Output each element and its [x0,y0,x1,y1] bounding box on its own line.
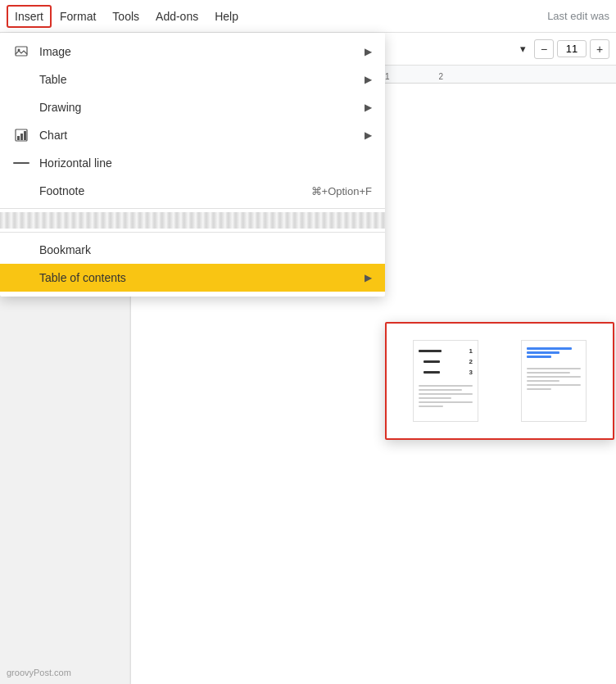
menu-item-addons[interactable]: Add-ons [147,5,206,28]
drawing-arrow-icon: ▶ [365,102,372,113]
body-line-1 [419,385,473,387]
menu-item-format[interactable]: Format [52,5,104,28]
toc-label: Table of contents [39,271,355,284]
decrease-font-button[interactable]: − [534,39,554,59]
bookmark-icon [13,242,29,258]
toc2-body-1 [527,368,581,369]
footnote-label: Footnote [39,184,301,197]
toc1-dash3 [424,371,440,374]
font-size-control: − 11 + [534,39,609,59]
font-dropdown[interactable]: ▾ [515,39,531,58]
menu-item-help[interactable]: Help [206,5,247,28]
menu-item-insert[interactable]: Insert [7,5,52,28]
menu-row-image[interactable]: Image ▶ [0,38,385,66]
ruler-mark-1: 1 [385,72,390,81]
menu-row-bookmark[interactable]: Bookmark [0,236,385,264]
image-label: Image [39,45,355,58]
toolbar-right: ▾ − 11 + [515,39,609,59]
watermark: groovyPost.com [7,668,71,677]
toc2-heading [527,347,581,358]
menu-row-table[interactable]: Table ▶ [0,66,385,93]
toc2-line-1 [527,347,572,350]
horizontal-line-label: Horizontal line [39,156,372,170]
body-line-4 [419,397,451,399]
toc2-body-3 [527,376,581,378]
svg-rect-5 [24,131,26,140]
image-arrow-icon: ▶ [365,46,372,57]
svg-rect-3 [17,136,20,140]
toc2-line-2 [527,351,559,354]
toc1-dash2 [424,360,440,363]
svg-rect-0 [16,47,27,56]
menu-row-footnote[interactable]: Footnote ⌘+Option+F [0,177,385,205]
table-label: Table [39,73,355,86]
toc2-body-2 [527,372,570,374]
toc1-dash-long [419,350,442,352]
toc2-body-5 [527,384,581,386]
body-line-3 [419,393,473,395]
ruler-mark-2: 2 [439,72,444,81]
bookmark-label: Bookmark [39,243,372,256]
drawing-icon [13,99,29,116]
toc1-row2: 2 [419,358,473,365]
menu-divider-1 [0,208,385,209]
increase-font-button[interactable]: + [590,39,609,59]
insert-dropdown-menu: Image ▶ Table ▶ Drawing ▶ Chart ▶ Horizo… [0,33,385,297]
image-icon [13,43,29,60]
dropdown-arrow-icon: ▾ [520,43,526,55]
table-icon [13,71,29,88]
table-arrow-icon: ▶ [365,74,372,85]
font-size-value[interactable]: 11 [557,40,587,57]
toc-arrow-icon: ▶ [365,272,372,283]
horizontal-line-icon [13,155,29,171]
body-line-5 [419,401,473,403]
chart-label: Chart [39,129,355,142]
toc1-row3: 3 [419,369,473,376]
drawing-label: Drawing [39,101,355,114]
toc-submenu: 1 2 3 [385,322,614,440]
chart-icon [13,127,29,143]
body-line-2 [419,389,462,391]
toc-option-linked[interactable] [505,333,603,428]
toc2-body-6 [527,388,551,390]
svg-rect-4 [20,134,23,140]
toc2-body-4 [527,380,559,382]
toc-icon [13,270,29,286]
last-edit-text: Last edit was [547,10,609,22]
menu-item-tools[interactable]: Tools [104,5,147,28]
menu-row-chart[interactable]: Chart ▶ [0,121,385,149]
menu-row-horizontal-line[interactable]: Horizontal line [0,149,385,177]
menu-bar: Insert Format Tools Add-ons Help Last ed… [0,0,616,33]
toc-preview-linked [521,340,587,422]
menu-row-drawing[interactable]: Drawing ▶ [0,93,385,121]
menu-row-table-of-contents[interactable]: Table of contents ▶ [0,264,385,292]
toc2-line-3 [527,356,551,358]
footnote-shortcut: ⌘+Option+F [311,185,372,197]
toc-preview-numbered: 1 2 3 [413,340,478,422]
body-line-6 [419,405,443,407]
torn-edge [0,212,385,229]
chart-arrow-icon: ▶ [365,129,372,141]
toc1-row1: 1 [419,347,473,355]
menu-divider-2 [0,232,385,233]
footnote-icon [13,183,29,199]
toc-option-numbered[interactable]: 1 2 3 [396,333,495,428]
